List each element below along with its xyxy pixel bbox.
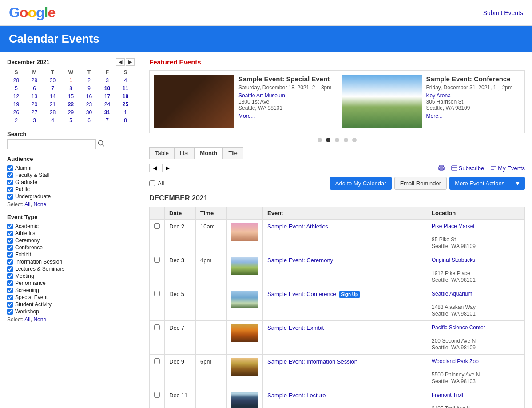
cal-day[interactable]: 6 — [80, 116, 98, 124]
featured-venue-1[interactable]: Seattle Art Museum — [238, 92, 333, 99]
calendar-next-button[interactable]: ▶ — [126, 58, 135, 66]
event-title-link[interactable]: Sample Event: Ceremony — [267, 257, 333, 264]
calendar-prev-button[interactable]: ◀ — [116, 58, 125, 66]
cal-day[interactable]: 1 — [116, 108, 135, 116]
venue-link[interactable]: Pacific Science Center — [432, 324, 520, 331]
event-type-checkbox[interactable] — [7, 280, 13, 286]
venue-link[interactable]: Fremont Troll — [432, 392, 520, 398]
next-month-button[interactable]: ▶ — [162, 164, 173, 172]
cal-day[interactable]: 7 — [98, 116, 116, 124]
subscribe-link[interactable]: Subscribe — [451, 165, 484, 172]
cal-day[interactable]: 3 — [98, 76, 116, 84]
cal-day[interactable]: 16 — [80, 92, 98, 100]
cal-day[interactable]: 3 — [25, 116, 44, 124]
email-reminder-button[interactable]: Email Reminder — [394, 177, 447, 190]
cal-day[interactable]: 15 — [62, 92, 80, 100]
event-title-link[interactable]: Sample Event: Athletics — [267, 223, 328, 230]
tab-month[interactable]: Month — [195, 148, 223, 159]
dot-4[interactable] — [344, 138, 348, 142]
row-checkbox[interactable] — [154, 324, 160, 330]
event-type-checkbox[interactable] — [7, 273, 13, 279]
my-events-link[interactable]: My Events — [490, 165, 525, 172]
cal-day[interactable]: 19 — [7, 100, 25, 108]
cal-day[interactable]: 25 — [116, 100, 135, 108]
event-type-checkbox[interactable] — [7, 245, 13, 251]
cal-day[interactable]: 21 — [44, 100, 62, 108]
event-type-checkbox[interactable] — [7, 295, 13, 300]
tab-table[interactable]: Table — [150, 148, 175, 159]
cal-day[interactable]: 4 — [116, 76, 135, 84]
cal-day[interactable]: 1 — [62, 76, 80, 84]
cal-day[interactable]: 31 — [98, 108, 116, 116]
dot-5[interactable] — [352, 138, 357, 142]
row-checkbox[interactable] — [154, 257, 160, 263]
venue-link[interactable]: Woodland Park Zoo — [432, 358, 520, 364]
cal-day[interactable]: 26 — [7, 108, 25, 116]
featured-more-2[interactable]: More... — [426, 113, 520, 119]
row-checkbox[interactable] — [154, 223, 160, 229]
cal-day[interactable]: 5 — [62, 116, 80, 124]
audience-checkbox[interactable] — [7, 180, 13, 185]
event-type-checkbox[interactable] — [7, 266, 13, 272]
audience-checkbox[interactable] — [7, 165, 13, 171]
featured-more-1[interactable]: More... — [238, 113, 333, 119]
cal-day[interactable]: 24 — [98, 100, 116, 108]
row-checkbox[interactable] — [154, 392, 160, 398]
cal-day[interactable]: 20 — [25, 100, 44, 108]
dot-1[interactable] — [318, 138, 322, 142]
venue-link[interactable]: Pike Place Market — [432, 223, 520, 229]
dot-3[interactable] — [335, 138, 339, 142]
cal-day[interactable]: 17 — [98, 92, 116, 100]
more-event-actions-dropdown[interactable]: ▼ — [510, 177, 525, 190]
cal-day[interactable]: 30 — [44, 76, 62, 84]
cal-day[interactable]: 7 — [44, 84, 62, 92]
search-button[interactable] — [98, 140, 105, 148]
event-type-checkbox[interactable] — [7, 302, 13, 308]
cal-day[interactable]: 12 — [7, 92, 25, 100]
cal-day[interactable]: 28 — [44, 108, 62, 116]
event-title-link[interactable]: Sample Event: Lecture — [267, 392, 326, 399]
prev-month-button[interactable]: ◀ — [149, 164, 160, 172]
event-type-checkbox[interactable] — [7, 309, 13, 315]
event-title-link[interactable]: Sample Event: Information Session — [267, 358, 357, 365]
event-type-checkbox[interactable] — [7, 288, 13, 293]
cal-day[interactable]: 10 — [98, 84, 116, 92]
cal-day[interactable]: 29 — [62, 108, 80, 116]
cal-day[interactable]: 13 — [25, 92, 44, 100]
event-title-link[interactable]: Sample Event: Exhibit — [267, 324, 324, 331]
event-type-checkbox[interactable] — [7, 252, 13, 258]
tab-list[interactable]: List — [175, 148, 195, 159]
audience-select-none[interactable]: None — [33, 201, 46, 208]
venue-link[interactable]: Original Starbucks — [432, 257, 520, 263]
cal-day[interactable]: 22 — [62, 100, 80, 108]
event-type-select-all[interactable]: All — [24, 316, 30, 323]
audience-checkbox[interactable] — [7, 187, 13, 192]
cal-day[interactable]: 18 — [116, 92, 135, 100]
cal-day[interactable]: 5 — [7, 84, 25, 92]
audience-select-all[interactable]: All — [24, 201, 30, 208]
cal-day[interactable]: 11 — [116, 84, 135, 92]
dot-2[interactable] — [326, 138, 330, 142]
event-type-checkbox[interactable] — [7, 224, 13, 229]
tab-tile[interactable]: Tile — [223, 148, 242, 159]
cal-day[interactable]: 28 — [7, 76, 25, 84]
row-checkbox[interactable] — [154, 291, 160, 296]
cal-day[interactable]: 8 — [116, 116, 135, 124]
cal-day[interactable]: 2 — [7, 116, 25, 124]
event-type-checkbox[interactable] — [7, 231, 13, 236]
cal-day[interactable]: 2 — [80, 76, 98, 84]
cal-day[interactable]: 30 — [80, 108, 98, 116]
submit-events-link[interactable]: Submit Events — [483, 9, 523, 16]
audience-checkbox[interactable] — [7, 172, 13, 178]
event-type-select-none[interactable]: None — [33, 316, 46, 323]
venue-link[interactable]: Seattle Aquarium — [432, 291, 520, 297]
cal-day[interactable]: 23 — [80, 100, 98, 108]
more-event-actions-button[interactable]: More Event Actions — [449, 177, 510, 190]
cal-day[interactable]: 4 — [44, 116, 62, 124]
cal-day[interactable]: 14 — [44, 92, 62, 100]
cal-day[interactable]: 8 — [62, 84, 80, 92]
select-all-checkbox[interactable] — [149, 180, 155, 186]
cal-day[interactable]: 29 — [25, 76, 44, 84]
event-title-link[interactable]: Sample Event: Conference — [267, 291, 336, 297]
print-link[interactable] — [438, 164, 445, 172]
